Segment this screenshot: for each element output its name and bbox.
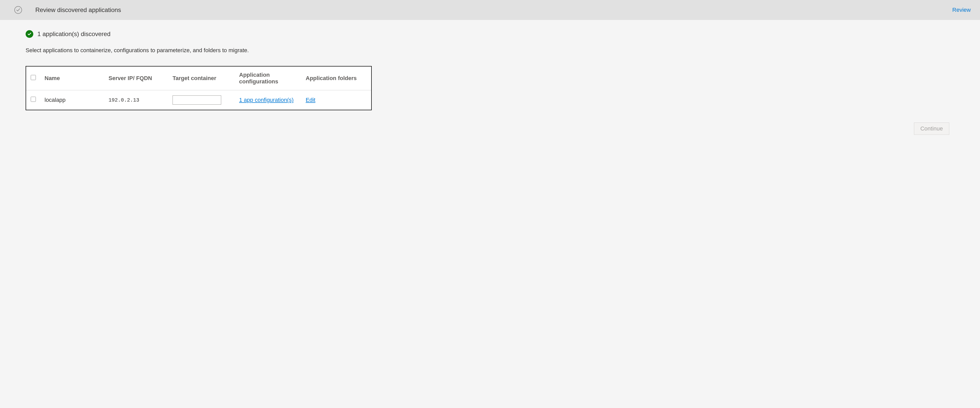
step-status-icon [14,6,22,14]
edit-folders-link[interactable]: Edit [305,97,315,103]
table-row: localapp 192.0.2.13 1 app configuration(… [26,90,371,110]
table-header-row: Name Server IP/ FQDN Target container Ap… [26,67,371,90]
column-server: Server IP/ FQDN [105,67,169,90]
continue-button[interactable]: Continue [914,122,949,135]
row-folders-cell: Edit [302,90,371,110]
footer-actions: Continue [25,110,955,141]
column-configs: Application configurations [235,67,302,90]
target-container-input[interactable] [173,95,221,105]
column-folders: Application folders [302,67,371,90]
applications-table: Name Server IP/ FQDN Target container Ap… [25,66,372,110]
status-message: 1 application(s) discovered [37,30,110,38]
row-checkbox[interactable] [31,97,36,102]
row-name: localapp [40,90,105,110]
column-target: Target container [169,67,235,90]
review-link[interactable]: Review [952,6,971,13]
success-icon [25,30,33,38]
instruction-text: Select applications to containerize, con… [25,47,955,54]
row-configs-cell: 1 app configuration(s) [235,90,302,110]
step-header: Review discovered applications Review [0,0,980,20]
row-server: 192.0.2.13 [105,90,169,110]
content-area: 1 application(s) discovered Select appli… [0,20,980,151]
header-left: Review discovered applications [14,6,121,14]
step-title: Review discovered applications [35,6,121,14]
row-select-cell [26,90,40,110]
discovery-status: 1 application(s) discovered [25,30,955,38]
select-all-checkbox[interactable] [31,75,36,80]
row-target-cell [169,90,235,110]
app-configurations-link[interactable]: 1 app configuration(s) [239,97,294,103]
page-container: Review discovered applications Review 1 … [0,0,980,151]
column-name: Name [40,67,105,90]
column-select-all [26,67,40,90]
